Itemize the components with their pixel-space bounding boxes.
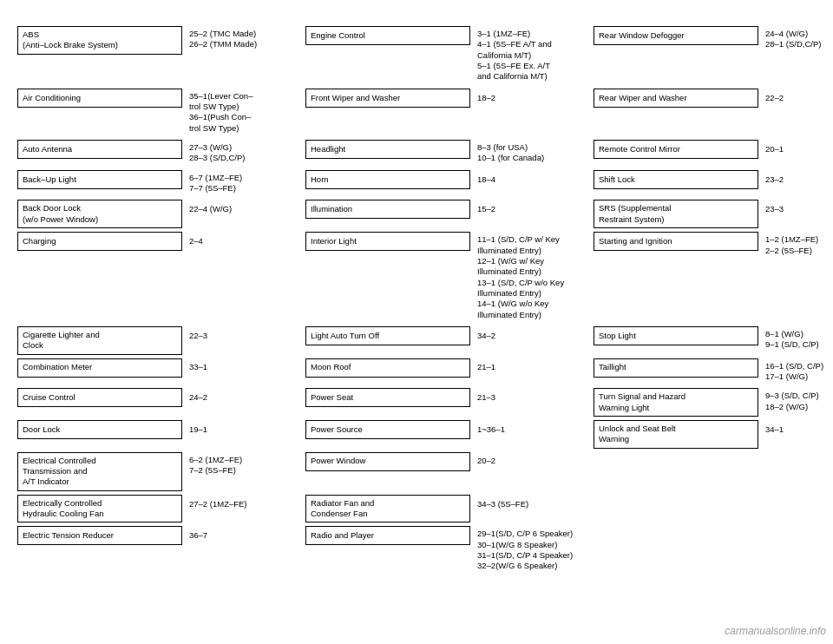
item-ref-col3-5: 1–2 (1MZ–FE) 2–2 (5S–FE)	[764, 232, 833, 259]
item-ref-col2-11: 34–3 (5S–FE)	[476, 495, 588, 514]
item-ref-col3-7: 16–1 (S/D, C/P) 17–1 (W/G)	[764, 358, 833, 385]
item-label-col2-12: Radio and Player	[305, 526, 470, 545]
item-label-col3-3: Shift Lock	[594, 170, 758, 189]
item-ref-col1-2: 27–3 (W/G) 28–3 (S/D,C/P)	[187, 140, 300, 167]
item-ref-col3-11	[764, 495, 833, 514]
item-label-col2-0: Engine Control	[305, 26, 470, 45]
item-ref-col1-4: 22–4 (W/G)	[187, 200, 300, 219]
item-ref-col3-0: 24–4 (W/G) 28–1 (S/D,C/P)	[764, 26, 833, 53]
item-label-col1-9: Door Lock	[17, 420, 182, 439]
item-label-col1-8: Cruise Control	[17, 388, 182, 407]
item-label-col1-12: Electric Tension Reducer	[17, 526, 182, 545]
item-ref-col1-11: 27–2 (1MZ–FE)	[187, 495, 300, 514]
item-label-col2-2: Headlight	[305, 140, 470, 159]
item-ref-col2-7: 21–1	[476, 358, 588, 378]
item-ref-col2-0: 3–1 (1MZ–FE) 4–1 (5S–FE A/T and Californ…	[476, 26, 588, 85]
item-label-col2-5: Interior Light	[305, 232, 470, 251]
item-label-col2-4: Illumination	[305, 200, 470, 219]
item-ref-col3-12	[764, 526, 833, 545]
item-label-col2-7: Moon Roof	[305, 358, 470, 378]
item-label-col1-11: Electrically Controlled Hydraulic Coolin…	[17, 495, 182, 523]
watermark: carmanualsonline.info	[725, 625, 826, 637]
item-label-col2-11: Radiator Fan and Condenser Fan	[305, 495, 470, 523]
item-ref-col3-1: 22–2	[764, 89, 833, 108]
item-label-col2-8: Power Seat	[305, 388, 470, 407]
item-label-col1-3: Back–Up Light	[17, 170, 182, 189]
item-ref-col1-10: 6–2 (1MZ–FE) 7–2 (5S–FE)	[187, 452, 300, 479]
item-ref-col2-10: 20–2	[476, 452, 588, 471]
item-label-col1-7: Combination Meter	[17, 358, 182, 378]
item-ref-col1-7: 33–1	[187, 358, 300, 378]
item-ref-col1-8: 24–2	[187, 388, 300, 407]
item-label-col1-5: Charging	[17, 232, 182, 251]
item-ref-col2-12: 29–1(S/D, C/P 6 Speaker) 30–1(W/G 8 Spea…	[476, 526, 588, 574]
item-ref-col3-10	[764, 452, 833, 471]
item-label-col2-9: Power Source	[305, 420, 470, 439]
item-ref-col3-8: 9–3 (S/D, C/P) 18–2 (W/G)	[764, 388, 833, 415]
item-label-col3-10	[594, 452, 758, 471]
item-ref-col1-6: 22–3	[187, 326, 300, 345]
item-ref-col2-6: 34–2	[476, 326, 588, 345]
item-ref-col2-4: 15–2	[476, 200, 588, 219]
item-label-col2-1: Front Wiper and Washer	[305, 89, 470, 108]
item-ref-col3-2: 20–1	[764, 140, 833, 159]
item-label-col1-1: Air Conditioning	[17, 89, 182, 108]
item-ref-col2-2: 8–3 (for USA) 10–1 (for Canada)	[476, 140, 588, 167]
item-label-col3-0: Rear Window Defogger	[594, 26, 758, 45]
item-ref-col3-6: 8–1 (W/G) 9–1 (S/D, C/P)	[764, 326, 833, 353]
item-label-col2-6: Light Auto Turn Off	[305, 326, 470, 345]
item-ref-col2-8: 21–3	[476, 388, 588, 407]
item-label-col3-1: Rear Wiper and Washer	[594, 89, 758, 108]
item-ref-col1-3: 6–7 (1MZ–FE) 7–7 (5S–FE)	[187, 170, 300, 197]
item-ref-col3-9: 34–1	[764, 420, 833, 439]
item-ref-col2-3: 18–4	[476, 170, 588, 189]
item-ref-col1-1: 35–1(Lever Con– trol SW Type) 36–1(Push …	[187, 89, 300, 136]
item-ref-col2-9: 1~36–1	[476, 420, 588, 439]
item-ref-col2-5: 11–1 (S/D, C/P w/ Key Illuminated Entry)…	[476, 232, 588, 323]
main-grid: ABS (Anti–Lock Brake System)25–2 (TMC Ma…	[17, 26, 816, 575]
item-ref-col1-5: 2–4	[187, 232, 300, 251]
item-ref-col1-0: 25–2 (TMC Made) 26–2 (TMM Made)	[187, 26, 300, 53]
item-label-col3-4: SRS (Supplemental Restraint System)	[594, 200, 758, 228]
item-label-col2-3: Horn	[305, 170, 470, 189]
item-label-col1-0: ABS (Anti–Lock Brake System)	[17, 26, 182, 55]
item-label-col3-8: Turn Signal and Hazard Warning Light	[594, 388, 758, 417]
item-ref-col1-9: 19–1	[187, 420, 300, 439]
item-label-col2-10: Power Window	[305, 452, 470, 471]
item-label-col1-10: Electrical Controlled Transmission and A…	[17, 452, 182, 491]
item-ref-col3-4: 23–3	[764, 200, 833, 219]
item-label-col3-2: Remote Control Mirror	[594, 140, 758, 159]
item-label-col3-5: Starting and Ignition	[594, 232, 758, 251]
item-label-col3-12	[594, 526, 758, 545]
item-ref-col1-12: 36–7	[187, 526, 300, 545]
item-label-col3-6: Stop Light	[594, 326, 758, 345]
item-label-col1-6: Cigarette Lighter and Clock	[17, 326, 182, 355]
item-label-col3-7: Taillight	[594, 358, 758, 378]
item-ref-col2-1: 18–2	[476, 89, 588, 108]
item-label-col3-11	[594, 495, 758, 514]
item-label-col3-9: Unlock and Seat Belt Warning	[594, 420, 758, 449]
item-label-col1-4: Back Door Lock (w/o Power Window)	[17, 200, 182, 228]
item-ref-col3-3: 23–2	[764, 170, 833, 189]
item-label-col1-2: Auto Antenna	[17, 140, 182, 159]
